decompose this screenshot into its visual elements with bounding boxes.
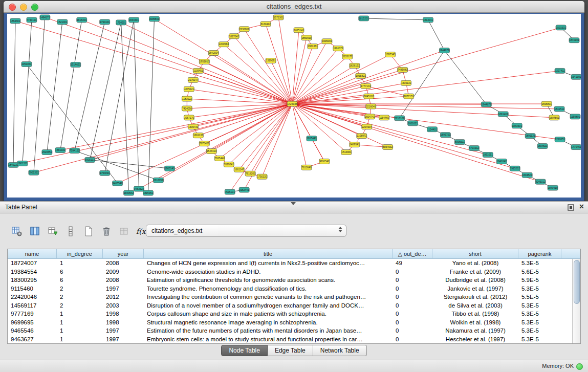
graph-edge[interactable]	[75, 22, 105, 151]
column-header-title[interactable]: title	[144, 249, 393, 259]
graph-edge[interactable]	[364, 18, 428, 20]
graph-node[interactable]: 1159801	[570, 114, 580, 119]
graph-node[interactable]: 1595801	[541, 101, 552, 106]
tab-network-table[interactable]: Network Table	[313, 345, 367, 356]
graph-edge[interactable]	[187, 99, 292, 104]
graph-node[interactable]: 9245012	[535, 179, 546, 184]
graph-node[interactable]: 5905132	[85, 157, 95, 162]
graph-edge[interactable]	[158, 104, 292, 180]
graph-node[interactable]: 1641301	[571, 74, 581, 79]
graph-edge[interactable]	[444, 51, 486, 104]
graph-edge[interactable]	[292, 104, 554, 118]
network-svg[interactable]: 1724035223680118270432200584164200419518…	[7, 14, 581, 198]
graph-node[interactable]: 1661147	[234, 167, 244, 172]
graph-node[interactable]: 1626151	[350, 63, 360, 68]
graph-node[interactable]: 1841501	[512, 123, 522, 128]
graph-node[interactable]: 1604742	[365, 114, 375, 119]
graph-node[interactable]: 7619341	[224, 162, 234, 167]
graph-node[interactable]: 1183022	[182, 96, 192, 101]
graph-edge[interactable]	[224, 45, 292, 104]
table-row[interactable]: 1456911722003Disruption of a novel membe…	[8, 301, 580, 310]
close-panel-icon[interactable]: ×	[579, 203, 584, 211]
graph-node[interactable]: 1754091	[100, 170, 110, 176]
graph-node[interactable]: 1591501	[556, 25, 566, 30]
graph-edge[interactable]	[292, 96, 409, 104]
graph-node[interactable]: 1877151	[404, 94, 414, 99]
graph-node[interactable]: 9152441	[239, 187, 249, 192]
graph-node[interactable]: 6845103	[364, 94, 374, 99]
graph-edge[interactable]	[250, 104, 292, 173]
graph-node[interactable]: 1661137	[193, 133, 203, 138]
graph-node[interactable]: 1139451	[193, 68, 203, 73]
graph-node[interactable]: 1601621	[408, 121, 418, 126]
graph-edge[interactable]	[90, 160, 170, 168]
graph-node[interactable]: 9465542	[113, 181, 123, 186]
column-header-short[interactable]: short	[432, 249, 518, 259]
window-titlebar[interactable]: citations_edges.txt	[4, 1, 584, 13]
row-options-button[interactable]	[64, 225, 77, 238]
graph-node[interactable]: 1210651	[555, 137, 565, 142]
graph-edge[interactable]	[60, 104, 292, 150]
graph-node[interactable]: 1813041	[423, 17, 433, 23]
graph-node[interactable]: 1642004	[208, 51, 219, 56]
graph-edge[interactable]	[244, 104, 292, 190]
graph-node[interactable]: 1827043	[229, 34, 239, 39]
graph-node[interactable]: 1696091	[322, 39, 332, 44]
graph-node[interactable]: 3216102	[395, 116, 405, 121]
graph-node[interactable]: 9227411	[555, 68, 565, 73]
graph-node[interactable]: 1891051	[483, 152, 493, 157]
graph-node[interactable]: 1604522	[522, 172, 532, 178]
graph-edge[interactable]	[60, 20, 82, 150]
graph-edge[interactable]	[229, 104, 292, 164]
graph-edge[interactable]	[292, 104, 559, 109]
graph-node[interactable]: 1849542	[124, 190, 134, 195]
graph-edge[interactable]	[27, 64, 118, 183]
graph-node[interactable]: 1514961	[341, 150, 352, 155]
graph-node[interactable]: 1834401	[129, 17, 139, 23]
graph-node[interactable]: 8996511	[454, 140, 465, 145]
graph-edge[interactable]	[292, 38, 307, 104]
tab-edge-table[interactable]: Edge Table	[268, 345, 313, 356]
tab-node-table[interactable]: Node Table	[221, 345, 268, 356]
table-row[interactable]: 911546021997Tourette syndrome. Phenomeno…	[8, 285, 580, 293]
table-row[interactable]: 946362711997Embryonic stem cells: a mode…	[8, 335, 580, 344]
graph-node[interactable]: 1955821	[356, 73, 366, 78]
graph-node[interactable]: 1514651	[71, 62, 81, 67]
table-row[interactable]: 1872400712008Changes of HCN gene express…	[8, 259, 580, 268]
graph-edge[interactable]	[139, 104, 292, 189]
graph-node[interactable]: 7485083	[398, 67, 408, 72]
import-table-button[interactable]	[46, 225, 59, 238]
graph-node[interactable]: 1951810	[199, 59, 209, 64]
graph-edge[interactable]	[278, 17, 292, 104]
graph-node[interactable]: 3216041	[366, 104, 376, 109]
graph-node[interactable]: 1905141	[164, 166, 175, 171]
graph-edge[interactable]	[34, 104, 292, 172]
graph-node[interactable]: 1864301	[10, 18, 20, 24]
graph-edge[interactable]	[292, 30, 299, 104]
graph-node[interactable]: 1944871	[481, 102, 491, 107]
graph-node[interactable]: 5901321	[29, 170, 39, 175]
graph-node[interactable]: 5572301	[273, 15, 284, 20]
graph-node[interactable]: 1961371	[333, 46, 343, 51]
graph-node[interactable]: 1306731	[188, 124, 198, 129]
network-canvas[interactable]: 1724035223680118270432200584164200419518…	[7, 14, 581, 198]
graph-node[interactable]: 1840101	[569, 38, 579, 43]
graph-node[interactable]: 1794101	[100, 19, 110, 25]
graph-edge[interactable]	[312, 139, 324, 162]
graph-node[interactable]: 1915212	[510, 166, 520, 171]
graph-node[interactable]: 1860910	[301, 35, 312, 40]
graph-node[interactable]: 1815961	[143, 190, 154, 195]
graph-node[interactable]: 1754201	[116, 20, 126, 25]
graph-edge[interactable]	[90, 104, 292, 160]
graph-node[interactable]: 2616051	[153, 178, 163, 183]
graph-edge[interactable]	[428, 20, 445, 51]
import-table-disabled-button[interactable]	[118, 225, 131, 238]
float-panel-icon[interactable]	[568, 204, 574, 211]
graph-node[interactable]: 1489541	[350, 142, 360, 147]
graph-edge[interactable]	[34, 17, 45, 172]
graph-node[interactable]: 1154469	[379, 115, 389, 120]
graph-edge[interactable]	[13, 21, 15, 165]
graph-node[interactable]: 7625440	[214, 156, 225, 161]
graph-edge[interactable]	[292, 96, 369, 104]
graph-node[interactable]: 7424056	[182, 106, 192, 111]
